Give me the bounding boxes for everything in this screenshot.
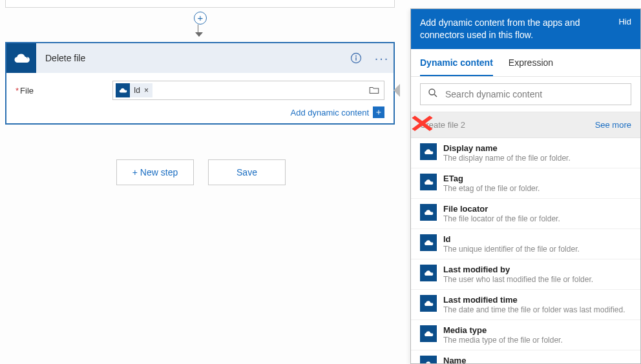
dynamic-content-item-name: ETag (443, 174, 540, 183)
dynamic-content-item[interactable]: IdThe unique identifier of the file or f… (411, 229, 640, 259)
onedrive-icon (420, 204, 437, 221)
action-card-header[interactable]: Delete file ··· (6, 43, 394, 73)
group-title: Create file 2 (420, 120, 465, 130)
info-icon[interactable] (350, 52, 363, 65)
dynamic-content-item-desc: The unique identifier of the file or fol… (443, 245, 580, 254)
onedrive-icon (420, 143, 437, 160)
onedrive-icon (420, 234, 437, 251)
folder-picker-button[interactable] (368, 85, 380, 99)
dynamic-content-item[interactable]: Last modified byThe user who last modifi… (411, 259, 640, 290)
onedrive-icon (6, 43, 36, 73)
dynamic-content-item-name: Last modified time (443, 295, 625, 305)
dynamic-content-item-desc: The media type of the file or folder. (443, 336, 563, 345)
svg-line-4 (434, 94, 437, 97)
action-card-delete-file: Delete file ··· *File Id × (5, 42, 395, 125)
onedrive-icon (420, 356, 437, 363)
dynamic-content-item-name: Name (443, 356, 544, 363)
svg-point-1 (355, 56, 357, 57)
dynamic-content-item-desc: The user who last modified the file or f… (443, 275, 593, 284)
dynamic-content-item[interactable]: Display nameThe display name of the file… (411, 138, 640, 168)
svg-rect-2 (355, 57, 357, 61)
tab-dynamic-content[interactable]: Dynamic content (420, 49, 493, 76)
save-button[interactable]: Save (208, 159, 286, 185)
panel-callout-arrow (394, 84, 400, 97)
file-input[interactable]: Id × (112, 81, 384, 100)
dynamic-content-item-desc: The display name of the file or folder. (443, 154, 571, 163)
panel-hide-button[interactable]: Hid (613, 17, 631, 26)
dynamic-group-header: ✕ Create file 2 See more (411, 112, 640, 138)
search-input[interactable] (445, 89, 624, 99)
dynamic-content-item-desc: The date and time the file or folder was… (443, 305, 625, 314)
token-id[interactable]: Id × (116, 83, 152, 97)
see-more-link[interactable]: See more (595, 120, 631, 130)
dynamic-content-item[interactable]: ETagThe etag of the file or folder. (411, 168, 640, 199)
dynamic-content-item[interactable]: Last modified timeThe date and time the … (411, 290, 640, 320)
dynamic-content-panel: Add dynamic content from the apps and co… (410, 8, 641, 364)
dynamic-content-item[interactable]: File locatorThe file locator of the file… (411, 199, 640, 229)
token-remove-button[interactable]: × (144, 86, 152, 95)
new-step-button[interactable]: + New step (116, 159, 194, 185)
insert-step-button[interactable]: + (194, 12, 207, 25)
search-icon (427, 87, 439, 101)
dynamic-content-item-name: Media type (443, 325, 563, 335)
onedrive-icon (420, 265, 437, 281)
dynamic-content-item-desc: The etag of the file or folder. (443, 184, 540, 193)
dynamic-content-item-desc: The file locator of the file or folder. (443, 214, 560, 223)
token-label: Id (130, 86, 144, 95)
dynamic-content-item-name: File locator (443, 204, 560, 214)
dynamic-content-item-name: Display name (443, 143, 571, 153)
onedrive-icon (420, 295, 437, 312)
add-dynamic-content-button[interactable] (373, 106, 384, 118)
svg-point-3 (429, 89, 435, 95)
search-box[interactable] (420, 83, 631, 105)
field-label-file: *File (16, 86, 112, 96)
panel-header-message: Add dynamic content from the apps and co… (420, 17, 607, 41)
onedrive-icon (116, 83, 130, 97)
action-menu-button[interactable]: ··· (375, 52, 388, 65)
dynamic-content-item-name: Id (443, 234, 580, 244)
action-card-title: Delete file (45, 53, 85, 63)
dynamic-content-item[interactable]: Media typeThe media type of the file or … (411, 320, 640, 350)
dynamic-content-item[interactable]: NameThe name of the file or folder. (411, 350, 640, 363)
tab-expression[interactable]: Expression (509, 49, 553, 76)
onedrive-icon (420, 325, 437, 342)
dynamic-content-item-name: Last modified by (443, 265, 593, 274)
onedrive-icon (420, 174, 437, 190)
add-dynamic-content-link[interactable]: Add dynamic content (291, 108, 369, 117)
previous-action-card-fragment (5, 0, 395, 8)
